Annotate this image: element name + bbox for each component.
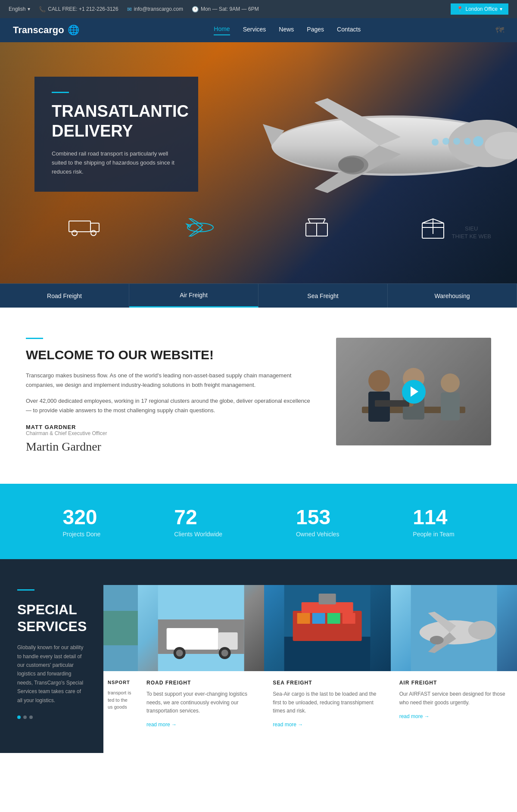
nav-home[interactable]: Home	[214, 25, 230, 35]
svg-rect-55	[312, 613, 325, 624]
video-overlay[interactable]	[336, 338, 491, 445]
top-bar: English ▾ 📞 CALL FREE: +1 212-226-3126 ✉…	[0, 0, 517, 18]
nav-contacts[interactable]: Contacts	[337, 26, 361, 35]
road-freight-label: Road Freight	[47, 292, 82, 299]
video-thumbnail[interactable]	[336, 338, 491, 445]
projects-label: Projects Done	[62, 531, 100, 538]
air-freight-image	[391, 585, 517, 671]
play-button[interactable]	[402, 380, 426, 404]
welcome-accent-line	[26, 338, 43, 339]
welcome-content: WELCOME TO OUR WEBSITE! Transcargo makes…	[26, 338, 315, 454]
svg-point-46	[176, 650, 183, 656]
svg-point-8	[464, 138, 471, 145]
partial-card-text: transport isted to theus goods	[108, 689, 134, 711]
logo-text: Transcargo	[13, 25, 64, 36]
top-bar-info: English ▾ 📞 CALL FREE: +1 212-226-3126 ✉…	[9, 6, 259, 12]
svg-point-17	[91, 230, 96, 236]
svg-line-23	[308, 219, 310, 223]
phone-item: 📞 CALL FREE: +1 212-226-3126	[39, 6, 118, 12]
ship-img	[264, 585, 390, 671]
svg-rect-14	[69, 221, 90, 232]
business-hours: Mon — Sat: 9AM — 6PM	[201, 6, 259, 12]
team-label: People in Team	[413, 531, 454, 538]
phone-number: CALL FREE: +1 212-226-3126	[48, 6, 118, 12]
sea-freight-card: SEA FREIGHT Sea-Air cargo is the last to…	[264, 585, 390, 753]
svg-rect-57	[343, 613, 355, 624]
sea-freight-card-body: SEA FREIGHT Sea-Air cargo is the last to…	[264, 671, 390, 753]
svg-point-60	[468, 621, 495, 640]
stat-projects: 320 Projects Done	[62, 505, 100, 538]
svg-rect-56	[327, 613, 340, 624]
air-freight-card: AIR FREIGHT Our AIRFAST service been des…	[391, 585, 517, 753]
sea-freight-read-more[interactable]: read more →	[273, 722, 382, 728]
service-tab-air[interactable]: Air Freight	[129, 284, 258, 308]
svg-rect-44	[218, 632, 238, 650]
special-services-section: SPECIAL SERVICES Globally known for our …	[0, 559, 517, 753]
hero-section: TRANSATLANTIC DELIVERY Combined rail roa…	[0, 42, 517, 283]
plane-icon-small	[183, 215, 218, 240]
road-freight-card-body: ROAD FREIGHT To best support your ever-c…	[138, 671, 264, 753]
london-office-button[interactable]: 📍 London Office ▾	[451, 3, 508, 15]
welcome-section: WELCOME TO OUR WEBSITE! Transcargo makes…	[0, 308, 517, 484]
team-count: 114	[413, 505, 454, 529]
road-freight-card: ROAD FREIGHT To best support your ever-c…	[138, 585, 264, 753]
warehousing-label: Warehousing	[435, 292, 470, 299]
svg-rect-54	[297, 613, 310, 624]
stat-team: 114 People in Team	[413, 505, 454, 538]
sea-freight-card-title: SEA FREIGHT	[273, 680, 382, 686]
welcome-paragraph-1: Transcargo makes business flow. As one o…	[26, 371, 315, 390]
special-services-title: SPECIAL SERVICES	[17, 601, 86, 635]
phone-icon: 📞	[39, 6, 46, 12]
truck-img	[138, 585, 264, 671]
hero-service-icons	[0, 215, 517, 240]
svg-rect-53	[319, 594, 336, 604]
air-freight-read-more[interactable]: read more →	[399, 713, 508, 719]
svg-point-11	[432, 139, 439, 146]
service-tab-sea[interactable]: Sea Freight	[258, 284, 388, 308]
special-services-info: SPECIAL SERVICES Globally known for our …	[0, 585, 103, 753]
partial-card-title: NSPORT	[108, 680, 134, 685]
globe-icon: 🌐	[68, 25, 79, 36]
play-icon	[411, 386, 418, 397]
language-label: English	[9, 6, 25, 12]
vehicles-count: 153	[296, 505, 339, 529]
container-icon	[299, 215, 334, 240]
hours-item: 🕐 Mon — Sat: 9AM — 6PM	[192, 6, 259, 12]
chevron-down-icon: ▾	[500, 6, 502, 12]
nav-news[interactable]: News	[279, 26, 294, 35]
svg-point-13	[338, 157, 364, 173]
service-tab-warehouse[interactable]: Warehousing	[388, 284, 517, 308]
partial-service-card: NSPORT transport isted to theus goods	[103, 585, 138, 753]
language-selector[interactable]: English ▾	[9, 6, 30, 12]
carousel-dot-1[interactable]	[17, 716, 21, 719]
hero-description: Combined rail road transport is particul…	[52, 149, 181, 176]
special-services-description: Globally known for our ability to handle…	[17, 643, 86, 705]
clients-count: 72	[174, 505, 222, 529]
stats-section: 320 Projects Done 72 Clients Worldwide 1…	[0, 484, 517, 559]
nav-pages[interactable]: Pages	[307, 26, 324, 35]
map-icon[interactable]: 🗺	[495, 25, 504, 35]
dropdown-icon: ▾	[28, 6, 30, 12]
clients-label: Clients Worldwide	[174, 531, 222, 538]
sea-freight-label: Sea Freight	[307, 292, 338, 299]
welcome-title: WELCOME TO OUR WEBSITE!	[26, 348, 315, 362]
road-freight-card-title: ROAD FREIGHT	[146, 680, 255, 686]
svg-rect-40	[103, 611, 138, 645]
partial-card-image	[103, 585, 138, 671]
carousel-dot-2[interactable]	[23, 716, 27, 719]
hero-title: TRANSATLANTIC DELIVERY	[52, 102, 181, 141]
carousel-dot-3[interactable]	[29, 716, 33, 719]
special-accent-line	[17, 589, 34, 591]
author-title: Chairman & Chief Executive Officer	[26, 430, 315, 436]
nav-services[interactable]: Services	[243, 26, 266, 35]
air-freight-card-title: AIR FREIGHT	[399, 680, 508, 686]
service-tab-road[interactable]: Road Freight	[0, 284, 129, 308]
svg-point-16	[72, 230, 77, 236]
email-icon: ✉	[127, 6, 132, 12]
email-address: info@transcargo.com	[134, 6, 183, 12]
road-freight-read-more[interactable]: read more →	[146, 722, 255, 728]
partial-card-body: NSPORT transport isted to theus goods	[103, 671, 138, 753]
logo: Transcargo 🌐	[13, 25, 79, 36]
location-icon: 📍	[457, 6, 463, 12]
svg-line-24	[323, 219, 325, 223]
